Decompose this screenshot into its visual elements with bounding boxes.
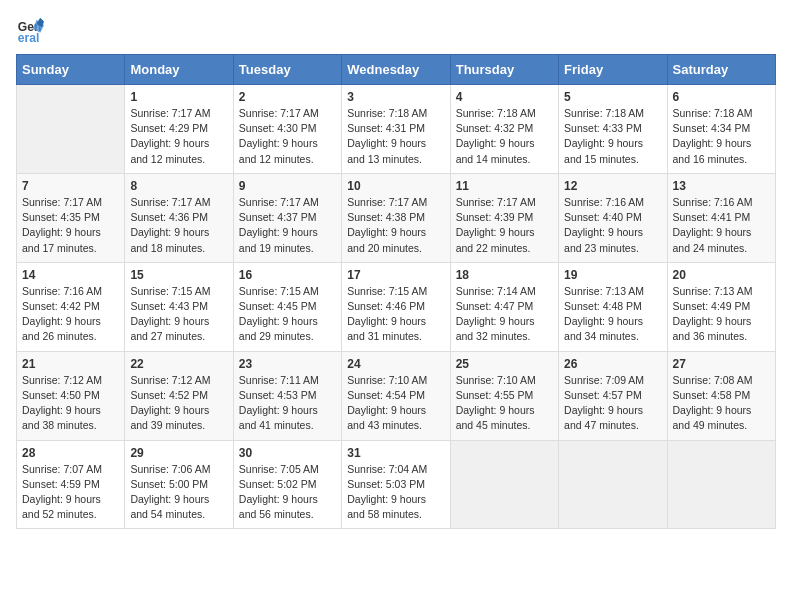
day-info: Sunrise: 7:17 AM Sunset: 4:37 PM Dayligh… xyxy=(239,195,336,256)
calendar-day-cell xyxy=(450,440,558,529)
day-number: 17 xyxy=(347,268,444,282)
calendar-week-row: 28Sunrise: 7:07 AM Sunset: 4:59 PM Dayli… xyxy=(17,440,776,529)
day-number: 31 xyxy=(347,446,444,460)
day-info: Sunrise: 7:15 AM Sunset: 4:46 PM Dayligh… xyxy=(347,284,444,345)
calendar-day-cell: 5Sunrise: 7:18 AM Sunset: 4:33 PM Daylig… xyxy=(559,85,667,174)
calendar-day-cell xyxy=(559,440,667,529)
day-number: 21 xyxy=(22,357,119,371)
calendar-day-cell: 28Sunrise: 7:07 AM Sunset: 4:59 PM Dayli… xyxy=(17,440,125,529)
day-info: Sunrise: 7:10 AM Sunset: 4:54 PM Dayligh… xyxy=(347,373,444,434)
day-number: 13 xyxy=(673,179,770,193)
day-info: Sunrise: 7:17 AM Sunset: 4:38 PM Dayligh… xyxy=(347,195,444,256)
calendar-day-cell: 16Sunrise: 7:15 AM Sunset: 4:45 PM Dayli… xyxy=(233,262,341,351)
day-number: 6 xyxy=(673,90,770,104)
calendar-day-cell: 24Sunrise: 7:10 AM Sunset: 4:54 PM Dayli… xyxy=(342,351,450,440)
day-info: Sunrise: 7:16 AM Sunset: 4:42 PM Dayligh… xyxy=(22,284,119,345)
calendar-week-row: 14Sunrise: 7:16 AM Sunset: 4:42 PM Dayli… xyxy=(17,262,776,351)
calendar-day-cell: 11Sunrise: 7:17 AM Sunset: 4:39 PM Dayli… xyxy=(450,173,558,262)
calendar-day-cell: 27Sunrise: 7:08 AM Sunset: 4:58 PM Dayli… xyxy=(667,351,775,440)
day-number: 7 xyxy=(22,179,119,193)
day-info: Sunrise: 7:16 AM Sunset: 4:41 PM Dayligh… xyxy=(673,195,770,256)
day-info: Sunrise: 7:09 AM Sunset: 4:57 PM Dayligh… xyxy=(564,373,661,434)
calendar-table: SundayMondayTuesdayWednesdayThursdayFrid… xyxy=(16,54,776,529)
day-number: 11 xyxy=(456,179,553,193)
day-info: Sunrise: 7:12 AM Sunset: 4:50 PM Dayligh… xyxy=(22,373,119,434)
svg-text:eral: eral xyxy=(18,31,40,44)
day-number: 10 xyxy=(347,179,444,193)
day-number: 20 xyxy=(673,268,770,282)
calendar-day-cell: 21Sunrise: 7:12 AM Sunset: 4:50 PM Dayli… xyxy=(17,351,125,440)
calendar-day-cell: 26Sunrise: 7:09 AM Sunset: 4:57 PM Dayli… xyxy=(559,351,667,440)
day-number: 30 xyxy=(239,446,336,460)
day-info: Sunrise: 7:18 AM Sunset: 4:32 PM Dayligh… xyxy=(456,106,553,167)
day-number: 29 xyxy=(130,446,227,460)
calendar-day-cell: 1Sunrise: 7:17 AM Sunset: 4:29 PM Daylig… xyxy=(125,85,233,174)
day-info: Sunrise: 7:15 AM Sunset: 4:45 PM Dayligh… xyxy=(239,284,336,345)
calendar-day-cell: 9Sunrise: 7:17 AM Sunset: 4:37 PM Daylig… xyxy=(233,173,341,262)
day-info: Sunrise: 7:07 AM Sunset: 4:59 PM Dayligh… xyxy=(22,462,119,523)
calendar-body: 1Sunrise: 7:17 AM Sunset: 4:29 PM Daylig… xyxy=(17,85,776,529)
calendar-day-cell: 2Sunrise: 7:17 AM Sunset: 4:30 PM Daylig… xyxy=(233,85,341,174)
calendar-day-cell: 14Sunrise: 7:16 AM Sunset: 4:42 PM Dayli… xyxy=(17,262,125,351)
day-number: 3 xyxy=(347,90,444,104)
calendar-day-cell: 10Sunrise: 7:17 AM Sunset: 4:38 PM Dayli… xyxy=(342,173,450,262)
day-of-week-header: Tuesday xyxy=(233,55,341,85)
header: Gen eral xyxy=(16,16,776,44)
day-info: Sunrise: 7:17 AM Sunset: 4:36 PM Dayligh… xyxy=(130,195,227,256)
day-number: 12 xyxy=(564,179,661,193)
day-number: 4 xyxy=(456,90,553,104)
day-number: 25 xyxy=(456,357,553,371)
day-info: Sunrise: 7:10 AM Sunset: 4:55 PM Dayligh… xyxy=(456,373,553,434)
calendar-day-cell: 20Sunrise: 7:13 AM Sunset: 4:49 PM Dayli… xyxy=(667,262,775,351)
calendar-day-cell: 22Sunrise: 7:12 AM Sunset: 4:52 PM Dayli… xyxy=(125,351,233,440)
day-info: Sunrise: 7:13 AM Sunset: 4:49 PM Dayligh… xyxy=(673,284,770,345)
calendar-header: SundayMondayTuesdayWednesdayThursdayFrid… xyxy=(17,55,776,85)
day-number: 19 xyxy=(564,268,661,282)
day-of-week-header: Sunday xyxy=(17,55,125,85)
day-info: Sunrise: 7:17 AM Sunset: 4:39 PM Dayligh… xyxy=(456,195,553,256)
day-number: 18 xyxy=(456,268,553,282)
day-number: 2 xyxy=(239,90,336,104)
day-of-week-header: Wednesday xyxy=(342,55,450,85)
day-info: Sunrise: 7:18 AM Sunset: 4:34 PM Dayligh… xyxy=(673,106,770,167)
day-info: Sunrise: 7:06 AM Sunset: 5:00 PM Dayligh… xyxy=(130,462,227,523)
day-number: 8 xyxy=(130,179,227,193)
day-info: Sunrise: 7:08 AM Sunset: 4:58 PM Dayligh… xyxy=(673,373,770,434)
logo: Gen eral xyxy=(16,16,48,44)
day-number: 5 xyxy=(564,90,661,104)
logo-icon: Gen eral xyxy=(16,16,44,44)
day-info: Sunrise: 7:11 AM Sunset: 4:53 PM Dayligh… xyxy=(239,373,336,434)
day-of-week-header: Thursday xyxy=(450,55,558,85)
day-number: 22 xyxy=(130,357,227,371)
day-of-week-header: Saturday xyxy=(667,55,775,85)
calendar-day-cell: 19Sunrise: 7:13 AM Sunset: 4:48 PM Dayli… xyxy=(559,262,667,351)
calendar-week-row: 7Sunrise: 7:17 AM Sunset: 4:35 PM Daylig… xyxy=(17,173,776,262)
calendar-day-cell: 25Sunrise: 7:10 AM Sunset: 4:55 PM Dayli… xyxy=(450,351,558,440)
day-info: Sunrise: 7:18 AM Sunset: 4:31 PM Dayligh… xyxy=(347,106,444,167)
day-number: 1 xyxy=(130,90,227,104)
calendar-day-cell: 15Sunrise: 7:15 AM Sunset: 4:43 PM Dayli… xyxy=(125,262,233,351)
calendar-day-cell: 4Sunrise: 7:18 AM Sunset: 4:32 PM Daylig… xyxy=(450,85,558,174)
day-info: Sunrise: 7:05 AM Sunset: 5:02 PM Dayligh… xyxy=(239,462,336,523)
day-info: Sunrise: 7:17 AM Sunset: 4:29 PM Dayligh… xyxy=(130,106,227,167)
calendar-day-cell: 6Sunrise: 7:18 AM Sunset: 4:34 PM Daylig… xyxy=(667,85,775,174)
day-number: 14 xyxy=(22,268,119,282)
day-number: 9 xyxy=(239,179,336,193)
day-header-row: SundayMondayTuesdayWednesdayThursdayFrid… xyxy=(17,55,776,85)
calendar-day-cell: 17Sunrise: 7:15 AM Sunset: 4:46 PM Dayli… xyxy=(342,262,450,351)
day-number: 16 xyxy=(239,268,336,282)
day-number: 27 xyxy=(673,357,770,371)
calendar-day-cell: 13Sunrise: 7:16 AM Sunset: 4:41 PM Dayli… xyxy=(667,173,775,262)
day-info: Sunrise: 7:16 AM Sunset: 4:40 PM Dayligh… xyxy=(564,195,661,256)
day-number: 15 xyxy=(130,268,227,282)
day-info: Sunrise: 7:18 AM Sunset: 4:33 PM Dayligh… xyxy=(564,106,661,167)
calendar-week-row: 1Sunrise: 7:17 AM Sunset: 4:29 PM Daylig… xyxy=(17,85,776,174)
calendar-week-row: 21Sunrise: 7:12 AM Sunset: 4:50 PM Dayli… xyxy=(17,351,776,440)
calendar-day-cell: 8Sunrise: 7:17 AM Sunset: 4:36 PM Daylig… xyxy=(125,173,233,262)
calendar-day-cell xyxy=(17,85,125,174)
day-of-week-header: Monday xyxy=(125,55,233,85)
calendar-day-cell: 29Sunrise: 7:06 AM Sunset: 5:00 PM Dayli… xyxy=(125,440,233,529)
calendar-day-cell: 18Sunrise: 7:14 AM Sunset: 4:47 PM Dayli… xyxy=(450,262,558,351)
day-number: 24 xyxy=(347,357,444,371)
day-number: 26 xyxy=(564,357,661,371)
